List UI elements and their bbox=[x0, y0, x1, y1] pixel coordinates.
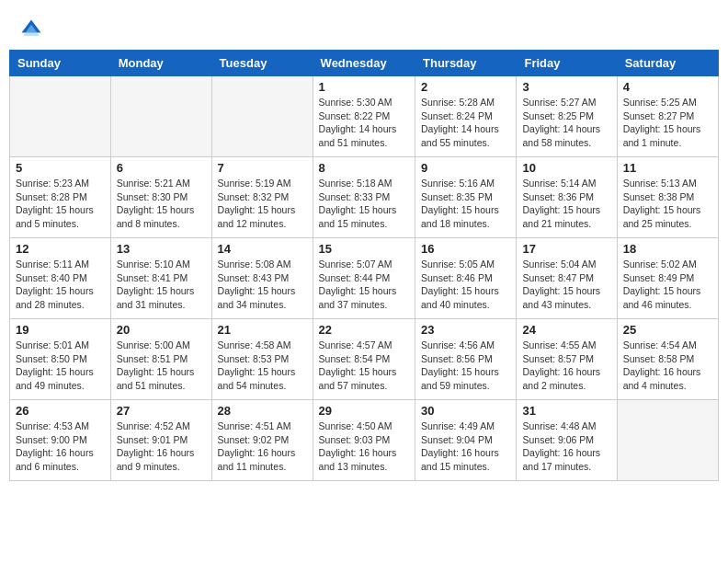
calendar-cell: 7Sunrise: 5:19 AMSunset: 8:32 PMDaylight… bbox=[211, 157, 313, 238]
day-info: Sunrise: 4:54 AMSunset: 8:58 PMDaylight:… bbox=[623, 339, 712, 393]
calendar-cell bbox=[10, 76, 111, 157]
day-info: Sunrise: 4:52 AMSunset: 9:01 PMDaylight:… bbox=[117, 419, 206, 474]
day-info: Sunrise: 4:57 AMSunset: 8:54 PMDaylight:… bbox=[319, 339, 409, 393]
calendar-cell: 11Sunrise: 5:13 AMSunset: 8:38 PMDayligh… bbox=[617, 157, 718, 238]
calendar-cell: 23Sunrise: 4:56 AMSunset: 8:56 PMDayligh… bbox=[415, 319, 517, 400]
calendar-table: SundayMondayTuesdayWednesdayThursdayFrid… bbox=[9, 50, 719, 481]
weekday-header-thursday: Thursday bbox=[415, 51, 517, 76]
calendar-cell: 19Sunrise: 5:01 AMSunset: 8:50 PMDayligh… bbox=[10, 319, 111, 400]
day-info: Sunrise: 5:02 AMSunset: 8:49 PMDaylight:… bbox=[623, 258, 712, 312]
calendar-cell bbox=[617, 400, 718, 481]
day-info: Sunrise: 5:28 AMSunset: 8:24 PMDaylight:… bbox=[421, 96, 510, 150]
calendar-cell: 6Sunrise: 5:21 AMSunset: 8:30 PMDaylight… bbox=[110, 157, 211, 238]
day-info: Sunrise: 5:13 AMSunset: 8:38 PMDaylight:… bbox=[623, 177, 712, 231]
day-number: 24 bbox=[522, 323, 610, 337]
logo bbox=[18, 17, 48, 42]
week-row-3: 12Sunrise: 5:11 AMSunset: 8:40 PMDayligh… bbox=[10, 238, 719, 319]
day-number: 6 bbox=[117, 161, 206, 175]
day-info: Sunrise: 5:18 AMSunset: 8:33 PMDaylight:… bbox=[319, 177, 409, 231]
calendar-cell bbox=[110, 76, 211, 157]
day-number: 14 bbox=[218, 242, 307, 256]
day-number: 27 bbox=[117, 404, 206, 418]
day-info: Sunrise: 4:51 AMSunset: 9:02 PMDaylight:… bbox=[218, 419, 307, 474]
weekday-header-friday: Friday bbox=[517, 51, 617, 76]
calendar-cell: 12Sunrise: 5:11 AMSunset: 8:40 PMDayligh… bbox=[10, 238, 111, 319]
day-number: 10 bbox=[522, 161, 610, 175]
calendar-cell: 13Sunrise: 5:10 AMSunset: 8:41 PMDayligh… bbox=[110, 238, 211, 319]
day-number: 5 bbox=[16, 161, 105, 175]
day-number: 18 bbox=[623, 242, 712, 256]
page-header bbox=[9, 9, 719, 46]
calendar-cell: 30Sunrise: 4:49 AMSunset: 9:04 PMDayligh… bbox=[415, 400, 517, 481]
calendar-cell: 18Sunrise: 5:02 AMSunset: 8:49 PMDayligh… bbox=[617, 238, 718, 319]
calendar-cell: 3Sunrise: 5:27 AMSunset: 8:25 PMDaylight… bbox=[517, 76, 617, 157]
calendar-cell: 24Sunrise: 4:55 AMSunset: 8:57 PMDayligh… bbox=[517, 319, 617, 400]
calendar-cell: 14Sunrise: 5:08 AMSunset: 8:43 PMDayligh… bbox=[211, 238, 313, 319]
day-number: 1 bbox=[319, 80, 409, 94]
day-number: 17 bbox=[522, 242, 610, 256]
day-number: 26 bbox=[16, 404, 105, 418]
day-number: 4 bbox=[623, 80, 712, 94]
calendar-cell: 26Sunrise: 4:53 AMSunset: 9:00 PMDayligh… bbox=[10, 400, 111, 481]
day-info: Sunrise: 5:25 AMSunset: 8:27 PMDaylight:… bbox=[623, 96, 712, 150]
day-info: Sunrise: 5:11 AMSunset: 8:40 PMDaylight:… bbox=[16, 258, 105, 312]
calendar-cell: 31Sunrise: 4:48 AMSunset: 9:06 PMDayligh… bbox=[517, 400, 617, 481]
calendar-cell: 20Sunrise: 5:00 AMSunset: 8:51 PMDayligh… bbox=[110, 319, 211, 400]
calendar-cell: 10Sunrise: 5:14 AMSunset: 8:36 PMDayligh… bbox=[517, 157, 617, 238]
calendar-cell: 5Sunrise: 5:23 AMSunset: 8:28 PMDaylight… bbox=[10, 157, 111, 238]
day-info: Sunrise: 4:53 AMSunset: 9:00 PMDaylight:… bbox=[16, 419, 105, 474]
day-number: 20 bbox=[117, 323, 206, 337]
day-info: Sunrise: 4:48 AMSunset: 9:06 PMDaylight:… bbox=[522, 419, 610, 474]
day-info: Sunrise: 4:58 AMSunset: 8:53 PMDaylight:… bbox=[218, 339, 307, 393]
day-info: Sunrise: 5:07 AMSunset: 8:44 PMDaylight:… bbox=[319, 258, 409, 312]
day-info: Sunrise: 4:55 AMSunset: 8:57 PMDaylight:… bbox=[522, 339, 610, 393]
week-row-4: 19Sunrise: 5:01 AMSunset: 8:50 PMDayligh… bbox=[10, 319, 719, 400]
day-info: Sunrise: 4:50 AMSunset: 9:03 PMDaylight:… bbox=[319, 419, 409, 474]
calendar-cell: 29Sunrise: 4:50 AMSunset: 9:03 PMDayligh… bbox=[313, 400, 415, 481]
day-number: 13 bbox=[117, 242, 206, 256]
weekday-header-wednesday: Wednesday bbox=[313, 51, 415, 76]
day-number: 9 bbox=[421, 161, 510, 175]
calendar-cell bbox=[211, 76, 313, 157]
day-number: 7 bbox=[218, 161, 307, 175]
week-row-1: 1Sunrise: 5:30 AMSunset: 8:22 PMDaylight… bbox=[10, 76, 719, 157]
calendar-cell: 27Sunrise: 4:52 AMSunset: 9:01 PMDayligh… bbox=[110, 400, 211, 481]
day-number: 15 bbox=[319, 242, 409, 256]
day-info: Sunrise: 5:08 AMSunset: 8:43 PMDaylight:… bbox=[218, 258, 307, 312]
day-number: 2 bbox=[421, 80, 510, 94]
day-number: 11 bbox=[623, 161, 712, 175]
calendar-cell: 9Sunrise: 5:16 AMSunset: 8:35 PMDaylight… bbox=[415, 157, 517, 238]
day-number: 3 bbox=[522, 80, 610, 94]
day-number: 19 bbox=[16, 323, 105, 337]
calendar-cell: 28Sunrise: 4:51 AMSunset: 9:02 PMDayligh… bbox=[211, 400, 313, 481]
calendar-cell: 16Sunrise: 5:05 AMSunset: 8:46 PMDayligh… bbox=[415, 238, 517, 319]
day-info: Sunrise: 5:23 AMSunset: 8:28 PMDaylight:… bbox=[16, 177, 105, 231]
day-number: 25 bbox=[623, 323, 712, 337]
day-info: Sunrise: 5:01 AMSunset: 8:50 PMDaylight:… bbox=[16, 339, 105, 393]
week-row-5: 26Sunrise: 4:53 AMSunset: 9:00 PMDayligh… bbox=[10, 400, 719, 481]
day-number: 8 bbox=[319, 161, 409, 175]
day-info: Sunrise: 5:19 AMSunset: 8:32 PMDaylight:… bbox=[218, 177, 307, 231]
calendar-cell: 4Sunrise: 5:25 AMSunset: 8:27 PMDaylight… bbox=[617, 76, 718, 157]
day-number: 23 bbox=[421, 323, 510, 337]
weekday-header-saturday: Saturday bbox=[617, 51, 718, 76]
calendar-cell: 17Sunrise: 5:04 AMSunset: 8:47 PMDayligh… bbox=[517, 238, 617, 319]
day-info: Sunrise: 4:56 AMSunset: 8:56 PMDaylight:… bbox=[421, 339, 510, 393]
day-info: Sunrise: 5:27 AMSunset: 8:25 PMDaylight:… bbox=[522, 96, 610, 150]
weekday-header-row: SundayMondayTuesdayWednesdayThursdayFrid… bbox=[10, 51, 719, 76]
day-info: Sunrise: 5:14 AMSunset: 8:36 PMDaylight:… bbox=[522, 177, 610, 231]
calendar-cell: 21Sunrise: 4:58 AMSunset: 8:53 PMDayligh… bbox=[211, 319, 313, 400]
weekday-header-tuesday: Tuesday bbox=[211, 51, 313, 76]
day-number: 29 bbox=[319, 404, 409, 418]
day-number: 21 bbox=[218, 323, 307, 337]
day-number: 31 bbox=[522, 404, 610, 418]
day-info: Sunrise: 5:21 AMSunset: 8:30 PMDaylight:… bbox=[117, 177, 206, 231]
weekday-header-monday: Monday bbox=[110, 51, 211, 76]
logo-icon bbox=[18, 17, 44, 42]
day-info: Sunrise: 5:04 AMSunset: 8:47 PMDaylight:… bbox=[522, 258, 610, 312]
weekday-header-sunday: Sunday bbox=[10, 51, 111, 76]
day-number: 22 bbox=[319, 323, 409, 337]
day-info: Sunrise: 4:49 AMSunset: 9:04 PMDaylight:… bbox=[421, 419, 510, 474]
calendar-cell: 8Sunrise: 5:18 AMSunset: 8:33 PMDaylight… bbox=[313, 157, 415, 238]
day-info: Sunrise: 5:30 AMSunset: 8:22 PMDaylight:… bbox=[319, 96, 409, 150]
